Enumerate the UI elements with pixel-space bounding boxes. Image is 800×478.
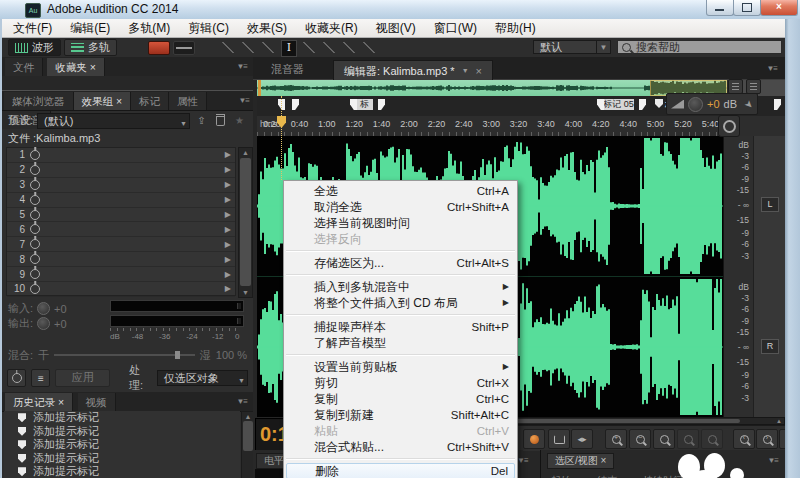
marker-range-label[interactable]: 标 [356, 99, 373, 110]
amplitude-ruler[interactable]: dB-3-6-9-15- ∞-15-9-6-3dB-3-6-9-15- ∞-15… [723, 136, 754, 417]
scroll-right-icon[interactable]: ▲ [776, 418, 782, 424]
grid-button[interactable] [746, 79, 761, 94]
slot-arrow-icon[interactable]: ▶ [225, 225, 231, 234]
context-menu-item-20[interactable]: 删除Del [286, 463, 515, 478]
scroll-up-icon[interactable]: ▲ [239, 149, 252, 156]
waveform-display-button[interactable] [173, 41, 195, 55]
rack-slot-7[interactable]: 7▶ [7, 237, 235, 252]
context-menu-item-17[interactable]: 粘贴Ctrl+V [284, 423, 517, 439]
rack-slot-3[interactable]: 3▶ [7, 178, 235, 193]
workspace-dropdown[interactable]: 默认 ▼ [533, 40, 611, 54]
rack-slot-2[interactable]: 2▶ [7, 163, 235, 178]
rack-slot-4[interactable]: 4▶ [7, 193, 235, 208]
razor-tool-icon[interactable] [242, 42, 254, 53]
context-menu-item-11[interactable]: 了解声音模型 [284, 335, 517, 351]
context-menu-item-16[interactable]: 复制到新建Shift+Alt+C [284, 407, 517, 423]
slot-arrow-icon[interactable]: ▶ [225, 180, 231, 189]
context-menu-item-0[interactable]: 全选Ctrl+A [284, 183, 517, 199]
context-menu-item-18[interactable]: 混合式粘贴...Ctrl+Shift+V [284, 439, 517, 455]
slot-arrow-icon[interactable]: ▶ [225, 240, 231, 249]
close-button[interactable]: × [760, 0, 798, 16]
process-dropdown[interactable]: 仅选区对象 ▼ [157, 370, 248, 386]
save-preset-icon[interactable]: ⇪ [194, 114, 209, 127]
apply-button[interactable]: 应用 [55, 369, 110, 387]
minimize-button[interactable] [706, 0, 734, 16]
zoom-in-vertical-button[interactable] [677, 429, 699, 449]
overview-strip[interactable] [257, 80, 727, 96]
marker-flag-icon[interactable] [655, 99, 663, 108]
zoom-out-vertical-button[interactable] [701, 429, 723, 449]
slot-arrow-icon[interactable]: ▶ [225, 150, 231, 159]
volume-knob[interactable] [688, 97, 703, 112]
panel-menu-icon[interactable]: ▼≡ [767, 456, 778, 465]
tab-favorites[interactable]: 收藏夹 × [47, 58, 105, 76]
panel-menu-icon[interactable]: ▼≡ [766, 64, 777, 73]
marquee-selection-tool-icon[interactable] [303, 42, 315, 53]
slot-arrow-icon[interactable]: ▶ [225, 284, 231, 293]
snap-button[interactable] [728, 79, 743, 94]
panel-menu-icon[interactable]: ▼≡ [236, 62, 247, 71]
left-channel-button[interactable]: L [761, 197, 779, 212]
context-menu-item-8[interactable]: 将整个文件插入到 CD 布局▶ [284, 295, 517, 311]
rack-slot-5[interactable]: 5▶ [7, 208, 235, 223]
rack-list-button[interactable]: ≡ [31, 369, 50, 387]
menubar-item-0[interactable]: 文件(F) [4, 19, 61, 37]
menubar-item-7[interactable]: 窗口(W) [425, 19, 486, 37]
marker-range-label[interactable]: 标记 05 [603, 99, 634, 110]
marker-flag-icon[interactable] [597, 99, 604, 110]
rack-slot-10[interactable]: 10▶ [7, 282, 235, 297]
slip-tool-icon[interactable] [262, 42, 274, 53]
move-tool-icon[interactable] [222, 42, 234, 53]
context-menu-item-13[interactable]: 设置当前剪贴板▶ [284, 359, 517, 375]
marker-flag-icon[interactable] [350, 99, 357, 110]
context-menu-item-5[interactable]: 存储选区为...Ctrl+Alt+S [284, 255, 517, 271]
context-menu-item-10[interactable]: 捕捉噪声样本Shift+P [284, 319, 517, 335]
pin-icon[interactable]: ➤ [742, 97, 756, 111]
rack-power-button[interactable] [7, 369, 26, 387]
history-item-1[interactable]: 添加提示标记 [4, 425, 240, 439]
slot-arrow-icon[interactable]: ▶ [225, 255, 231, 264]
power-icon[interactable] [30, 239, 40, 249]
zoom-out-button[interactable]: − [629, 429, 651, 449]
context-menu-item-2[interactable]: 选择当前视图时间 [284, 215, 517, 231]
zoom-in-button[interactable]: + [605, 429, 627, 449]
context-menu-item-14[interactable]: 剪切Ctrl+X [284, 375, 517, 391]
menubar-item-8[interactable]: 帮助(H) [486, 19, 545, 37]
tab-properties[interactable]: 属性 [169, 92, 207, 110]
menubar-item-5[interactable]: 收藏夹(R) [296, 19, 367, 37]
tab-effects-rack[interactable]: 效果组 × [74, 92, 132, 110]
menubar-item-3[interactable]: 剪辑(C) [179, 19, 238, 37]
slot-arrow-icon[interactable]: ▶ [225, 195, 231, 204]
power-icon[interactable] [30, 195, 40, 205]
menubar-item-6[interactable]: 视图(V) [367, 19, 425, 37]
tab-mixer[interactable]: 混音器 [261, 60, 314, 79]
slider-handle[interactable] [175, 351, 180, 359]
scrollbar-thumb[interactable] [240, 158, 251, 286]
slot-arrow-icon[interactable]: ▶ [225, 210, 231, 219]
power-icon[interactable] [30, 254, 40, 264]
power-icon[interactable] [30, 165, 40, 175]
marker-flag-icon[interactable] [774, 99, 781, 110]
preset-dropdown[interactable]: (默认) ▼ [37, 113, 190, 129]
history-item-3[interactable]: 添加提示标记 [4, 452, 240, 466]
zoom-to-out-point-button[interactable]: › [756, 429, 778, 449]
zoom-to-in-point-button[interactable]: ‹ [733, 429, 755, 449]
rack-slot-8[interactable]: 8▶ [7, 252, 235, 267]
tab-selection-view[interactable]: 选区/视图 × [547, 453, 614, 469]
spectral-display-button[interactable] [148, 41, 170, 55]
panel-menu-icon[interactable]: ▼≡ [517, 456, 528, 465]
context-menu-item-1[interactable]: 取消全选Ctrl+Shift+A [284, 199, 517, 215]
tab-video[interactable]: 视频 [78, 393, 116, 411]
tab-history[interactable]: 历史记录 × [5, 393, 73, 411]
tab-markers[interactable]: 标记 [131, 92, 169, 110]
menubar-item-4[interactable]: 效果(S) [238, 19, 296, 37]
slot-arrow-icon[interactable]: ▶ [225, 165, 231, 174]
history-item-0[interactable]: 添加提示标记 [4, 411, 240, 425]
maximize-button[interactable] [733, 0, 761, 16]
delete-preset-icon[interactable] [213, 114, 228, 127]
power-icon[interactable] [30, 284, 40, 294]
close-tab-icon[interactable]: × [476, 62, 482, 80]
rack-scrollbar[interactable]: ▲ ▼ [238, 147, 253, 298]
loop-playback-button[interactable] [548, 429, 570, 449]
context-menu-item-7[interactable]: 插入到多轨混音中▶ [284, 279, 517, 295]
